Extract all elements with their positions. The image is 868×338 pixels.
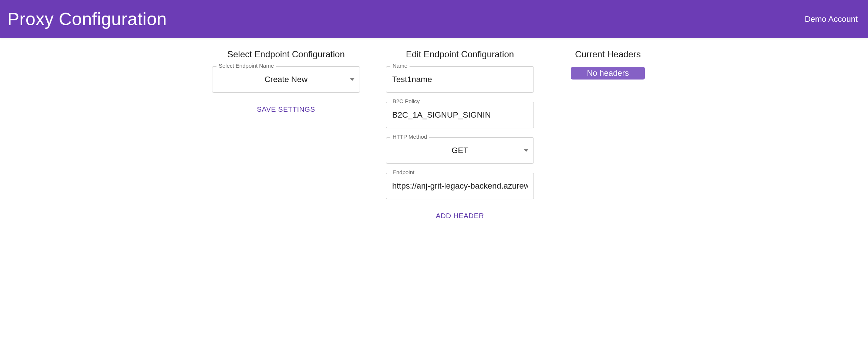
- http-method-dropdown[interactable]: GET: [386, 137, 534, 164]
- name-label: Name: [390, 62, 410, 69]
- page-title: Proxy Configuration: [7, 9, 167, 29]
- name-input-wrapper: [386, 66, 534, 93]
- endpoint-input[interactable]: [392, 181, 528, 191]
- http-method-value: GET: [392, 146, 528, 155]
- add-header-button[interactable]: Add Header: [430, 208, 490, 224]
- select-endpoint-field: Select Endpoint Name Create New: [212, 66, 360, 93]
- app-header: Proxy Configuration Demo Account: [0, 0, 868, 38]
- select-endpoint-column: Select Endpoint Configuration Select End…: [212, 49, 360, 224]
- name-field: Name: [386, 66, 534, 93]
- b2c-policy-input[interactable]: [392, 110, 528, 120]
- current-headers-column: Current Headers No headers: [560, 49, 656, 224]
- http-method-label: HTTP Method: [390, 133, 429, 140]
- name-input[interactable]: [392, 75, 528, 84]
- main-content: Select Endpoint Configuration Select End…: [0, 38, 868, 235]
- no-headers-badge: No headers: [571, 67, 645, 80]
- select-endpoint-value: Create New: [218, 75, 354, 84]
- b2c-policy-field: B2C Policy: [386, 102, 534, 128]
- account-link[interactable]: Demo Account: [805, 14, 858, 24]
- edit-section-title: Edit Endpoint Configuration: [406, 49, 514, 60]
- endpoint-input-wrapper: [386, 173, 534, 199]
- b2c-policy-label: B2C Policy: [390, 98, 422, 104]
- select-endpoint-label: Select Endpoint Name: [216, 62, 276, 69]
- select-endpoint-dropdown[interactable]: Create New: [212, 66, 360, 93]
- headers-section-title: Current Headers: [575, 49, 640, 60]
- endpoint-field: Endpoint: [386, 173, 534, 199]
- save-settings-button[interactable]: Save Settings: [251, 102, 321, 117]
- chevron-down-icon: [350, 78, 354, 81]
- b2c-policy-input-wrapper: [386, 102, 534, 128]
- endpoint-label: Endpoint: [390, 169, 417, 175]
- chevron-down-icon: [524, 149, 528, 152]
- select-section-title: Select Endpoint Configuration: [227, 49, 345, 60]
- http-method-field: HTTP Method GET: [386, 137, 534, 164]
- edit-endpoint-column: Edit Endpoint Configuration Name B2C Pol…: [386, 49, 534, 224]
